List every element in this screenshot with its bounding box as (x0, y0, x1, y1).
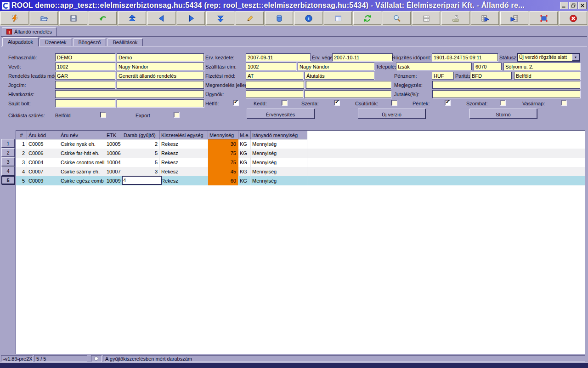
column-header-aru-kod[interactable]: Áru kód (27, 131, 59, 139)
grid-export-icon[interactable] (471, 12, 499, 25)
table-row-icon[interactable] (412, 12, 440, 25)
flash-icon[interactable] (0, 12, 28, 25)
uj-verzio-button[interactable]: Új verzió (358, 109, 425, 119)
checkbox-export[interactable] (174, 112, 180, 118)
rogzites-idopont-field[interactable] (432, 53, 498, 61)
szallitasi-cim-code-field[interactable] (246, 63, 296, 70)
table-row[interactable]: 1C0005Csirke nyak eh.100052Rekesz30KGMen… (16, 139, 585, 149)
table-row[interactable]: 5C0009Csirke egész comb eh.10009Rekesz60… (16, 176, 585, 185)
tab-alapadatok[interactable]: Alapadatok (2, 37, 39, 46)
column-header-me[interactable]: M.e. (238, 131, 251, 139)
edit-icon[interactable] (236, 12, 264, 25)
ugynok-name-field[interactable] (305, 90, 391, 98)
jutalek-field[interactable] (432, 90, 580, 98)
column-header-iranyado-mennyiseg[interactable]: Irányadó mennyiség (251, 131, 307, 139)
checkbox-saturday[interactable] (500, 100, 506, 106)
ugynok-code-field[interactable] (246, 90, 303, 98)
paritas-name-field[interactable] (514, 72, 580, 80)
storno-button[interactable]: Stornó (469, 109, 537, 119)
checkbox-thursday[interactable] (391, 100, 397, 106)
undo-icon[interactable] (89, 12, 117, 25)
column-header-row-number[interactable]: # (16, 131, 27, 139)
row-select-button[interactable]: 4 (1, 167, 15, 175)
telepules-label: Település: (376, 64, 399, 69)
rendeles-mod-code-field[interactable] (55, 72, 115, 80)
stop-icon[interactable] (559, 12, 587, 25)
vevo-name-field[interactable] (117, 63, 204, 70)
sajat-bolt-name-field[interactable] (117, 99, 204, 107)
save-icon[interactable] (59, 12, 87, 25)
penznem-field[interactable] (432, 72, 454, 80)
restore-button[interactable] (569, 2, 577, 9)
statusz-dropdown[interactable]: Új verzió rögzítés alatt ▼ (517, 53, 580, 62)
tab-bongeszo[interactable]: Böngésző (73, 38, 107, 46)
column-header-darab-gyujto[interactable]: Darab (gyűjtő) (122, 131, 160, 139)
cikklista-label: Cikklista szűrés: (8, 113, 45, 118)
last-record-icon[interactable] (206, 12, 234, 25)
keyboard-icon[interactable] (441, 12, 469, 25)
table-row[interactable]: 3C0004Csirke csontos mell eh.100045Rekes… (16, 158, 585, 167)
jogcim-code-field[interactable] (55, 81, 115, 89)
telepules-zip-field[interactable] (474, 63, 502, 70)
toolbar-slot (29, 11, 59, 26)
rendeles-mod-name-field[interactable] (117, 72, 204, 80)
checkbox-monday[interactable]: ✔ (233, 100, 239, 106)
previous-record-icon[interactable] (147, 12, 175, 25)
status-led-icon (94, 356, 98, 361)
tab-uzenetek[interactable]: Üzenetek (40, 38, 72, 46)
tab-beallitasok[interactable]: Beállítások (107, 38, 143, 46)
fizetesi-mod-name-field[interactable] (305, 72, 374, 80)
erv-vege-field[interactable] (332, 53, 393, 61)
darab-edit-input[interactable] (122, 176, 162, 185)
checkbox-sunday[interactable] (561, 100, 567, 106)
row-select-button[interactable]: 1 (1, 139, 15, 148)
erv-kezdete-field[interactable] (246, 53, 311, 61)
column-header-etk[interactable]: ETK (105, 131, 122, 139)
felhasznalo-code-field[interactable] (55, 53, 115, 61)
close-button[interactable] (578, 2, 587, 9)
window-layout-icon[interactable] (324, 12, 352, 25)
megrendeles-jelleg-name-field[interactable] (306, 81, 391, 89)
thursday-label: Csütörtök: (355, 101, 378, 106)
column-header-aru-nev[interactable]: Áru név (59, 131, 105, 139)
fizetesi-mod-code-field[interactable] (246, 72, 303, 80)
chevron-down-icon[interactable]: ▼ (572, 54, 579, 61)
info-icon[interactable]: i (294, 12, 322, 25)
select-region-icon[interactable] (530, 12, 558, 25)
grid-import-icon[interactable] (500, 12, 528, 25)
table-row[interactable]: 2C0006Csirke far-hát eh.100065Rekesz75KG… (16, 149, 585, 158)
row-select-button[interactable]: 5 (1, 176, 15, 184)
column-header-mennyiseg[interactable]: Mennyiség (208, 131, 238, 139)
database-icon[interactable] (265, 12, 293, 25)
hivatkozas-field[interactable] (55, 90, 204, 98)
checkbox-friday[interactable]: ✔ (445, 100, 451, 106)
open-folder-icon[interactable] (30, 12, 58, 25)
telepules-city-field[interactable] (396, 63, 472, 70)
cell-aru-nev: Csirke egész comb eh. (59, 176, 105, 185)
window-tab-allando-rendeles[interactable]: T Állandó rendelés (2, 27, 57, 36)
ervenyesites-button[interactable]: Érvényesítés (247, 109, 314, 119)
megjegyzes-field[interactable] (432, 81, 580, 89)
search-icon[interactable] (383, 12, 411, 25)
table-row[interactable]: 4C0007Csirke szárny eh.100073Rekesz45KGM… (16, 167, 585, 176)
felhasznalo-name-field[interactable] (117, 53, 204, 61)
paritas-code-field[interactable] (470, 72, 512, 80)
telepules-street-field[interactable] (503, 63, 580, 70)
vevo-code-field[interactable] (55, 63, 115, 70)
checkbox-tuesday[interactable] (282, 100, 288, 106)
cell-row-number: 5 (16, 176, 27, 185)
jogcim-name-field[interactable] (117, 81, 204, 89)
sajat-bolt-code-field[interactable] (55, 99, 115, 107)
checkbox-wednesday[interactable]: ✔ (334, 100, 340, 106)
column-header-kiszerelesi-egyseg[interactable]: Kiszerelési egység (160, 131, 208, 139)
szallitasi-cim-name-field[interactable] (298, 63, 374, 70)
megrendeles-jelleg-code-field[interactable] (246, 81, 304, 89)
checkbox-belfold[interactable] (100, 112, 106, 118)
toolbar-slot (59, 11, 88, 26)
minimize-button[interactable] (560, 2, 568, 9)
first-record-icon[interactable] (118, 12, 146, 25)
next-record-icon[interactable] (177, 12, 205, 25)
row-select-button[interactable]: 3 (1, 157, 15, 166)
refresh-icon[interactable] (353, 12, 381, 25)
row-select-button[interactable]: 2 (1, 148, 15, 157)
